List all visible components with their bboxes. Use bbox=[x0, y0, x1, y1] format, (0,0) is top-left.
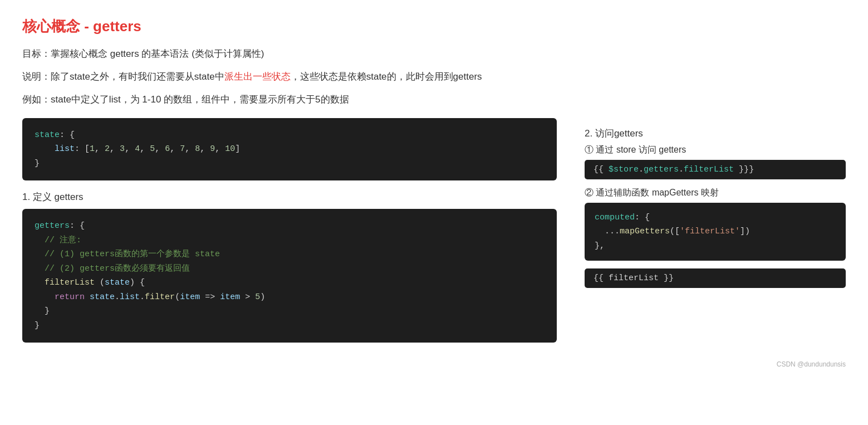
getters-code-block: getters: { // 注意: // (1) getters函数的第一个参数… bbox=[22, 209, 557, 343]
access1-label: ① 通过 store 访问 getters bbox=[585, 144, 846, 156]
desc2: 说明：除了state之外，有时我们还需要从state中派生出一些状态，这些状态是… bbox=[22, 69, 846, 85]
watermark: CSDN @dundundunsis bbox=[22, 360, 846, 368]
state-code-block: state: { list: [1, 2, 3, 4, 5, 6, 7, 8, … bbox=[22, 118, 557, 181]
desc2-highlight: 派生出一些状态 bbox=[224, 71, 291, 82]
desc1: 目标：掌握核心概念 getters 的基本语法 (类似于计算属性) bbox=[22, 46, 846, 62]
section2-label: 2. 访问getters bbox=[585, 127, 846, 140]
store-access-code: {{ $store.getters.filterList }}} bbox=[585, 160, 846, 179]
desc3: 例如：state中定义了list，为 1-10 的数组，组件中，需要显示所有大于… bbox=[22, 92, 846, 108]
left-column: state: { list: [1, 2, 3, 4, 5, 6, 7, 8, … bbox=[22, 118, 557, 351]
right-column: 2. 访问getters ① 通过 store 访问 getters {{ $s… bbox=[585, 118, 846, 294]
filterlist-template-code: {{ filterList }} bbox=[585, 268, 846, 288]
access2-label: ② 通过辅助函数 mapGetters 映射 bbox=[585, 187, 846, 199]
page-title: 核心概念 - getters bbox=[22, 17, 846, 36]
mapgetters-code-block: computed: { ...mapGetters(['filterList']… bbox=[585, 203, 846, 261]
section1-label: 1. 定义 getters bbox=[22, 190, 557, 203]
main-layout: state: { list: [1, 2, 3, 4, 5, 6, 7, 8, … bbox=[22, 118, 846, 351]
desc2-suffix: ，这些状态是依赖state的，此时会用到getters bbox=[291, 71, 482, 82]
desc2-prefix: 说明：除了state之外，有时我们还需要从state中 bbox=[22, 71, 224, 82]
